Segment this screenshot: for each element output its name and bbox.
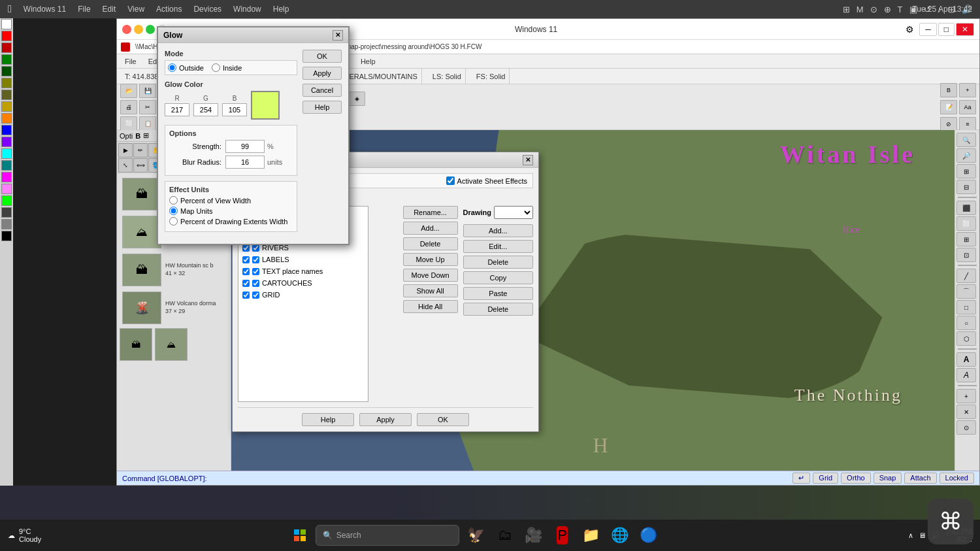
menu-actions[interactable]: Actions: [156, 5, 182, 14]
right-edit-btn[interactable]: Edit...: [463, 240, 533, 253]
color-teal[interactable]: [1, 160, 12, 171]
left-tool-edit[interactable]: ✏: [133, 143, 148, 158]
sheet-eff-rivers[interactable]: [252, 244, 259, 252]
zoom-in-btn[interactable]: 🔍: [956, 133, 976, 147]
right-tool-3[interactable]: 📝: [940, 100, 957, 114]
r-input[interactable]: [165, 103, 189, 116]
blur-input[interactable]: [225, 156, 265, 169]
taskbar-app-7[interactable]: 🔵: [637, 524, 661, 547]
sprite-thumb-6[interactable]: ⛰: [155, 328, 188, 361]
sheet-eff-labels[interactable]: [252, 256, 259, 263]
sheet-vis-labels[interactable]: [242, 256, 250, 263]
sheet-vis-textnames[interactable]: [242, 268, 250, 275]
tool-open[interactable]: 📂: [120, 84, 137, 98]
sheet-item-grid[interactable]: GRID: [238, 289, 368, 301]
win-close-btn[interactable]: ✕: [956, 23, 974, 36]
text-btn[interactable]: A: [956, 352, 976, 367]
color-cyan[interactable]: [1, 148, 12, 159]
taskbar-weather[interactable]: ☁ 9°C Cloudy: [8, 527, 41, 543]
menu-window[interactable]: Window: [233, 5, 261, 14]
right-tool-2[interactable]: +: [959, 83, 976, 97]
tool-save[interactable]: 💾: [139, 84, 156, 98]
menu-help[interactable]: Help: [355, 56, 381, 67]
draw-line-btn[interactable]: ╱: [956, 269, 976, 283]
enter-btn[interactable]: ↵: [792, 473, 810, 484]
taskbar-app-1[interactable]: 🦅: [465, 524, 488, 547]
right-tool-5[interactable]: ⊘: [940, 117, 957, 131]
color-purple[interactable]: [1, 137, 12, 147]
sheet-eff-grid[interactable]: [252, 292, 259, 299]
delete-btn[interactable]: Delete: [403, 237, 458, 250]
snap-btn[interactable]: Snap: [874, 473, 902, 484]
draw-rect-btn[interactable]: □: [956, 300, 976, 314]
menu-help[interactable]: Help: [273, 5, 289, 14]
tool-cut[interactable]: ✂: [139, 100, 156, 114]
color-green[interactable]: [1, 54, 12, 65]
move-down-btn[interactable]: Move Down: [403, 269, 458, 282]
left-tool-scale[interactable]: ⤡: [118, 158, 133, 173]
menu-file[interactable]: File: [78, 5, 90, 14]
right-copy-btn[interactable]: Copy: [463, 271, 533, 284]
glow-ok-btn[interactable]: OK: [302, 50, 342, 63]
grid-btn[interactable]: Grid: [813, 473, 838, 484]
sheet-vis-grid[interactable]: [242, 292, 250, 299]
tool-sym6[interactable]: ◈: [348, 92, 365, 106]
taskbar-app-4[interactable]: P: [551, 524, 574, 547]
view-btn-3[interactable]: ⊞: [956, 232, 976, 246]
sys-icon-4[interactable]: ⊕: [884, 5, 891, 14]
color-white[interactable]: [1, 19, 12, 29]
sheets-help-btn[interactable]: Help: [302, 413, 354, 426]
g-input[interactable]: [193, 103, 218, 116]
menu-windows11[interactable]: Windows 11: [24, 5, 66, 14]
color-gold[interactable]: [1, 101, 12, 112]
misc-btn-3[interactable]: ⊙: [956, 420, 976, 435]
sheet-item-labels[interactable]: LABELS: [238, 254, 368, 265]
color-lime[interactable]: [1, 195, 12, 206]
strength-input[interactable]: [225, 140, 265, 153]
hide-all-btn[interactable]: Hide All: [403, 300, 458, 313]
taskbar-app-2[interactable]: 🗂: [493, 524, 517, 547]
right-tool-6[interactable]: ≡: [959, 117, 976, 131]
glow-help-btn[interactable]: Help: [302, 101, 342, 114]
color-magenta[interactable]: [1, 172, 12, 182]
zoom-select-btn[interactable]: ⊟: [956, 180, 976, 194]
win-minimize-btn[interactable]: ─: [919, 23, 937, 36]
draw-poly-btn[interactable]: ⬡: [956, 331, 976, 346]
color-red[interactable]: [1, 31, 12, 41]
sys-icon-1[interactable]: ⊞: [843, 5, 850, 14]
color-blue[interactable]: [1, 125, 12, 135]
activate-checkbox[interactable]: [446, 176, 455, 185]
text-curved-btn[interactable]: A: [956, 368, 976, 382]
win-settings-icon[interactable]: ⚙: [906, 24, 914, 35]
sheet-item-textnames[interactable]: TEXT place names: [238, 265, 368, 277]
b-input[interactable]: [222, 103, 247, 116]
show-all-btn[interactable]: Show All: [403, 284, 458, 297]
min-btn[interactable]: [134, 25, 143, 34]
sprite-item-3[interactable]: 🏔 HW Mountain sc b 41 × 32: [120, 252, 228, 288]
sprite-item-4[interactable]: 🌋 HW Volcano dorma 37 × 29: [120, 290, 228, 326]
outside-radio-label[interactable]: Outside: [168, 63, 204, 72]
zoom-full-btn[interactable]: ⊞: [956, 164, 976, 178]
sheet-eff-cartouches[interactable]: [252, 280, 259, 287]
right-add-btn[interactable]: Add...: [463, 224, 533, 237]
win-restore-btn[interactable]: □: [938, 23, 955, 36]
taskbar-app-6[interactable]: 🌐: [608, 524, 632, 547]
sheets-ok-btn[interactable]: OK: [417, 413, 469, 426]
color-olive[interactable]: [1, 78, 12, 88]
misc-btn-1[interactable]: +: [956, 389, 976, 403]
tool-copy[interactable]: ⬜: [120, 116, 137, 131]
network-icon[interactable]: 🖥: [919, 531, 926, 539]
sheets-close-btn[interactable]: ✕: [523, 155, 533, 165]
menu-edit[interactable]: Edit: [103, 5, 116, 14]
menu-view[interactable]: View: [127, 5, 144, 14]
map-units-radio[interactable]: [169, 207, 178, 215]
right-tool-1[interactable]: B: [940, 83, 957, 97]
glow-color-swatch[interactable]: [251, 91, 280, 120]
menu-file[interactable]: File: [120, 56, 142, 67]
glow-cancel-btn[interactable]: Cancel: [302, 84, 342, 97]
view-btn-1[interactable]: ⬛: [956, 201, 976, 215]
sheet-eff-textnames[interactable]: [252, 268, 259, 275]
glow-close-btn[interactable]: ✕: [333, 30, 343, 41]
zoom-out-btn[interactable]: 🔎: [956, 148, 976, 163]
left-tool-mirror[interactable]: ⟺: [133, 158, 148, 173]
